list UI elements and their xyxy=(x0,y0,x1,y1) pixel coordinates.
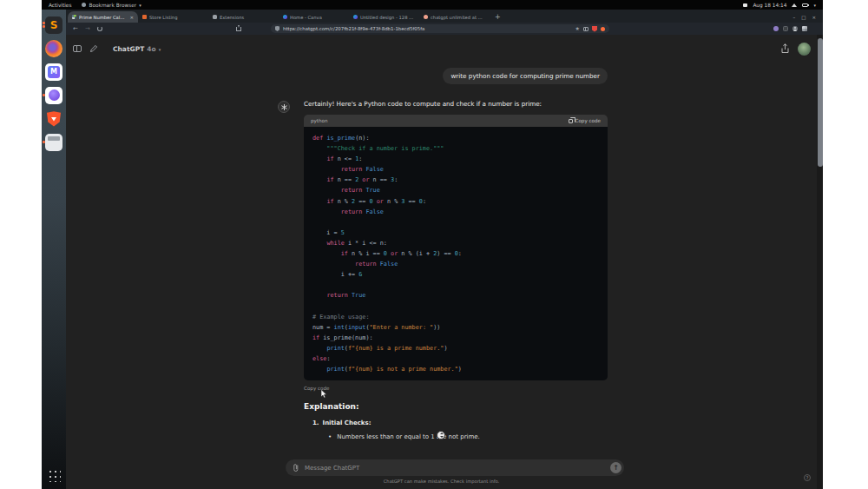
adblock-shield-icon[interactable] xyxy=(592,26,597,32)
forward-button[interactable]: → xyxy=(85,25,90,32)
scrollbar-thumb[interactable] xyxy=(818,38,823,167)
tab-label: Store Listing xyxy=(149,15,204,20)
window-app-icon xyxy=(45,134,62,151)
sidebar-toggle-icon[interactable] xyxy=(73,45,82,52)
system-menu-caret-icon[interactable]: ▾ xyxy=(813,3,816,8)
code-line: num = int(input("Enter a number: ")) xyxy=(312,322,599,333)
purple-app-icon xyxy=(45,87,62,104)
reader-sidebar-icon[interactable] xyxy=(583,27,589,31)
explanation-bullet: • Numbers less than or equal to 1 are no… xyxy=(328,433,608,440)
app-menu-label: Bookmark Browser xyxy=(89,3,136,8)
item-number: 1. xyxy=(312,420,319,426)
reload-button[interactable] xyxy=(97,26,102,31)
url-bar[interactable]: https://chatgpt.com/c/207fb21f-8f9e-473f… xyxy=(271,24,609,33)
code-line: return True xyxy=(312,290,599,301)
tab-label: Home - Canva xyxy=(290,15,345,20)
purple-app-glyph xyxy=(49,89,60,101)
new-tab-button[interactable]: + xyxy=(495,14,501,21)
clock[interactable]: Aug 18 14:14 xyxy=(753,3,786,8)
dock-items: SM xyxy=(42,13,66,154)
user-avatar[interactable] xyxy=(798,43,811,56)
send-button[interactable]: ↑ xyxy=(610,462,621,473)
extension-icon[interactable] xyxy=(773,26,779,31)
browser-tab-6[interactable]: chatgpt unlimited at Studi... xyxy=(419,11,490,23)
back-button[interactable]: ← xyxy=(73,25,78,32)
browser-tab-3[interactable]: Extensions xyxy=(208,11,279,23)
dock-item-mail-app[interactable]: M xyxy=(42,60,66,83)
desktop-screen: Activities Bookmark Browser ▾ Aug 18 14:… xyxy=(42,0,823,489)
extensions-menu-icon[interactable] xyxy=(783,26,788,31)
chatgpt-title: ChatGPT xyxy=(113,45,144,53)
new-chat-pencil-icon[interactable] xyxy=(89,44,98,53)
url-text[interactable]: https://chatgpt.com/c/207fb21f-8f9e-473f… xyxy=(283,26,572,31)
extension-badge-icon[interactable] xyxy=(601,27,605,31)
code-block: python Copy code def is_prime(n): """Che… xyxy=(304,115,608,380)
browser-tab-5[interactable]: Untitled design - 128 × 12... xyxy=(349,11,419,23)
code-line: if n % 2 == 0 or n % 3 == 0: xyxy=(312,196,599,207)
disclaimer-text: ChatGPT can make mistakes. Check importa… xyxy=(66,479,817,484)
network-icon xyxy=(792,3,797,7)
mail-app-icon: M xyxy=(45,63,62,81)
minimize-button[interactable]: – xyxy=(792,15,795,20)
code-line: i += 6 xyxy=(312,269,599,280)
chevron-down-icon: ▾ xyxy=(139,3,141,8)
copy-code-button[interactable]: Copy code xyxy=(569,118,601,123)
code-line: print(f"{num} is not a prime number.") xyxy=(312,364,599,374)
page-scrollbar[interactable] xyxy=(817,35,823,489)
tab-close-icon[interactable]: × xyxy=(128,15,134,20)
window-controls: – □ × xyxy=(792,15,823,23)
tab-strip: Prime Number Calculat...×Store ListingEx… xyxy=(66,10,823,23)
dock-item-purple-app[interactable] xyxy=(42,83,66,107)
code-line xyxy=(312,280,599,290)
maximize-button[interactable]: □ xyxy=(801,15,806,20)
item-title: Initial Checks: xyxy=(323,420,372,426)
tab-favicon xyxy=(353,15,358,19)
brave-browser-icon xyxy=(45,110,62,128)
tab-label: Prime Number Calculat... xyxy=(79,15,125,20)
dock-item-brave-browser[interactable] xyxy=(42,107,66,130)
brave-browser-glyph xyxy=(47,111,61,127)
dock-item-sublime-text[interactable]: S xyxy=(42,13,66,36)
download-icon[interactable] xyxy=(236,27,241,31)
sublime-text-icon: S xyxy=(45,17,62,34)
activities-button[interactable]: Activities xyxy=(49,3,71,8)
browser-tab-1[interactable]: Prime Number Calculat...× xyxy=(68,11,138,23)
assistant-intro-text: Certainly! Here's a Python code to compu… xyxy=(304,100,608,108)
chat-header: ChatGPT 4o ▾ xyxy=(66,40,823,57)
code-line: return False xyxy=(312,164,599,175)
app-menu-icon xyxy=(82,3,86,7)
show-applications-button[interactable] xyxy=(47,468,61,482)
copy-code-bottom-button[interactable]: Copy code xyxy=(304,386,608,391)
explanation-item: 1. Initial Checks: xyxy=(312,420,608,426)
message-input[interactable]: Message ChatGPT xyxy=(305,465,610,472)
mail-glyph: M xyxy=(48,66,60,78)
browser-window: Prime Number Calculat...×Store ListingEx… xyxy=(66,10,823,489)
code-line: print(f"{num} is a prime number.") xyxy=(312,343,599,354)
site-security-shield-icon[interactable] xyxy=(275,26,279,31)
bookmark-star-icon[interactable]: ★ xyxy=(575,26,580,31)
user-message-row: write python code for computing prime nu… xyxy=(278,68,608,84)
code-line: if n % i == 0 or n % (i + 2) == 0: xyxy=(312,248,599,259)
dock-item-window-app[interactable] xyxy=(42,130,66,154)
code-line: i = 5 xyxy=(312,228,599,238)
dock-item-firefox[interactable] xyxy=(42,36,66,60)
browser-toolbar: ← → https://chatgpt.com/c/207fb21f-8f9e-… xyxy=(66,23,823,35)
app-menu[interactable]: Bookmark Browser ▾ xyxy=(82,3,141,8)
bullet-icon: • xyxy=(328,433,332,440)
code-line: while i * i <= n: xyxy=(312,238,599,248)
code-line: if n == 2 or n == 3: xyxy=(312,175,599,185)
attach-paperclip-icon[interactable] xyxy=(293,463,299,472)
help-button[interactable]: ? xyxy=(804,474,811,481)
tab-favicon xyxy=(213,15,217,19)
model-selector[interactable]: ChatGPT 4o ▾ xyxy=(113,45,161,53)
profile-icon[interactable] xyxy=(792,26,798,31)
tab-label: Untitled design - 128 × 12... xyxy=(360,15,415,20)
tab-favicon xyxy=(72,15,76,19)
message-composer[interactable]: Message ChatGPT ↑ xyxy=(286,459,624,476)
share-icon[interactable] xyxy=(780,43,790,54)
browser-tab-2[interactable]: Store Listing xyxy=(138,11,208,23)
close-button[interactable]: × xyxy=(812,15,816,20)
browser-tab-4[interactable]: Home - Canva xyxy=(279,11,349,23)
browser-menu-icon[interactable] xyxy=(802,26,807,31)
tab-favicon xyxy=(283,15,287,19)
